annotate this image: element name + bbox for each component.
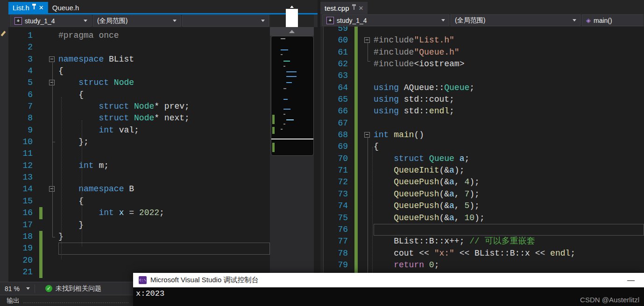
project-dropdown[interactable]: + study_1_4 — [10, 15, 92, 27]
line-number[interactable]: 13 — [8, 172, 33, 183]
line-number[interactable]: 9 — [8, 125, 33, 136]
fold-toggle-icon[interactable] — [49, 186, 55, 192]
code-line[interactable]: 68int main() — [324, 129, 644, 141]
line-number[interactable]: 61 — [324, 47, 348, 58]
collapsed-tool-strip[interactable] — [0, 0, 9, 306]
line-number[interactable]: 59 — [324, 27, 348, 35]
code-line[interactable]: 4{ — [8, 65, 270, 77]
line-number[interactable]: 3 — [8, 54, 33, 65]
code-line[interactable]: 8 struct Node* next; — [8, 112, 270, 124]
code-line[interactable]: 60#include"List.h" — [324, 35, 644, 46]
fold-toggle-icon[interactable] — [49, 56, 55, 62]
code-line[interactable]: 19 — [8, 243, 270, 254]
code-line[interactable]: 59 — [324, 27, 644, 35]
code-line[interactable]: 64using AQueue::Queue; — [324, 82, 644, 94]
code-line[interactable]: 77 BList::B::x++; // 可以多重嵌套 — [324, 236, 644, 247]
code-line[interactable]: 11 — [8, 148, 270, 160]
line-number[interactable]: 79 — [324, 259, 348, 271]
code-line[interactable]: 66using std::endl; — [324, 105, 644, 117]
code-line[interactable]: 70 struct Queue a; — [324, 153, 644, 165]
line-number[interactable]: 19 — [8, 243, 33, 254]
tab-test-cpp[interactable]: test.cpp ✕ — [320, 2, 368, 14]
code-line[interactable]: 1#pragma once — [8, 30, 270, 42]
code-line[interactable]: 18} — [8, 231, 270, 243]
code-line[interactable]: 3namespace BList — [8, 54, 270, 65]
line-number[interactable]: 66 — [324, 105, 348, 117]
line-number[interactable]: 7 — [8, 101, 33, 112]
code-line[interactable]: 69{ — [324, 141, 644, 153]
pin-icon[interactable] — [34, 6, 35, 9]
fold-toggle-icon[interactable] — [364, 132, 370, 138]
health-check-icon[interactable]: ✓ — [45, 285, 52, 292]
code-line[interactable]: 62#include<iostream> — [324, 58, 644, 70]
line-number[interactable]: 11 — [8, 148, 33, 160]
line-number[interactable]: 17 — [8, 219, 33, 231]
line-number[interactable]: 20 — [8, 255, 33, 266]
line-number[interactable]: 5 — [8, 77, 33, 89]
project-dropdown[interactable]: + study_1_4 — [322, 14, 449, 26]
code-line[interactable]: 7 struct Node* prev; — [8, 101, 270, 112]
line-number[interactable]: 69 — [324, 141, 348, 153]
member-dropdown[interactable]: ◈ main() — [582, 14, 643, 26]
split-editor-handle[interactable] — [270, 14, 314, 27]
code-line[interactable]: 76 — [324, 224, 644, 236]
line-number[interactable]: 60 — [324, 35, 348, 46]
code-line[interactable]: 72 QueuePush(&a, 4); — [324, 176, 644, 188]
line-number[interactable]: 62 — [324, 58, 348, 70]
code-line[interactable]: 15 { — [8, 195, 270, 207]
code-line[interactable]: 75 QueuePush(&a, 10); — [324, 212, 644, 224]
line-number[interactable]: 74 — [324, 200, 348, 212]
member-dropdown[interactable] — [182, 15, 269, 27]
code-line[interactable]: 16 int x = 2022; — [8, 207, 270, 219]
minimize-button[interactable]: — — [623, 276, 638, 285]
close-icon[interactable]: ✕ — [359, 5, 364, 11]
line-number[interactable]: 18 — [8, 231, 33, 243]
line-number[interactable]: 64 — [324, 82, 348, 94]
line-number[interactable]: 1 — [8, 30, 33, 42]
scope-dropdown[interactable]: (全局范围) — [93, 15, 181, 27]
code-line[interactable]: 10 }; — [8, 136, 270, 148]
console-title-bar[interactable]: C:\ Microsoft Visual Studio 调试控制台 — — [133, 273, 644, 287]
code-line[interactable]: 13 — [8, 172, 270, 183]
fold-toggle-icon[interactable] — [49, 80, 55, 85]
line-number[interactable]: 15 — [8, 195, 33, 207]
line-number[interactable]: 76 — [324, 224, 348, 236]
minimap-scrollbar[interactable] — [270, 36, 314, 282]
code-line[interactable]: 67 — [324, 118, 644, 129]
editor-test-cpp[interactable]: 5960#include"List.h"61#include"Queue.h"6… — [324, 27, 644, 306]
code-line[interactable]: 6 { — [8, 89, 270, 101]
line-number[interactable]: 10 — [8, 136, 33, 148]
code-line[interactable]: 79 return 0; — [324, 259, 644, 271]
line-number[interactable]: 70 — [324, 153, 348, 165]
fold-toggle-icon[interactable] — [364, 37, 370, 43]
line-number[interactable]: 14 — [8, 183, 33, 195]
code-line[interactable]: 20 — [8, 255, 270, 266]
code-line[interactable]: 12 int m; — [8, 160, 270, 172]
code-line[interactable]: 9 int val; — [8, 125, 270, 136]
line-number[interactable]: 67 — [324, 118, 348, 129]
line-number[interactable]: 75 — [324, 212, 348, 224]
minimap-document[interactable] — [271, 36, 314, 156]
scope-dropdown[interactable]: (全局范围) — [451, 14, 580, 26]
line-number[interactable]: 78 — [324, 248, 348, 259]
line-number[interactable]: 68 — [324, 129, 348, 141]
line-number[interactable]: 12 — [8, 160, 33, 172]
code-line[interactable]: 78 cout << "x:" << BList::B::x << endl; — [324, 248, 644, 259]
code-line[interactable]: 14 namespace B — [8, 183, 270, 195]
close-icon[interactable]: ✕ — [39, 5, 44, 11]
pin-icon[interactable] — [354, 6, 354, 10]
line-number[interactable]: 21 — [8, 266, 33, 278]
line-number[interactable]: 71 — [324, 165, 348, 176]
editor-list-h[interactable]: 1#pragma once23namespace BList4{5 struct… — [8, 27, 270, 282]
code-line[interactable]: 2 — [8, 42, 270, 53]
line-number[interactable]: 4 — [8, 65, 33, 77]
line-number[interactable]: 72 — [324, 176, 348, 188]
line-number[interactable]: 73 — [324, 188, 348, 200]
line-number[interactable]: 6 — [8, 89, 33, 101]
code-line[interactable]: 73 QueuePush(&a, 7); — [324, 188, 644, 200]
code-line[interactable]: 74 QueuePush(&a, 5); — [324, 200, 644, 212]
line-number[interactable]: 63 — [324, 70, 348, 82]
line-number[interactable]: 65 — [324, 94, 348, 105]
tab-queue-h[interactable]: Queue.h — [48, 2, 84, 13]
output-panel-header[interactable]: 输出 — [0, 295, 133, 306]
